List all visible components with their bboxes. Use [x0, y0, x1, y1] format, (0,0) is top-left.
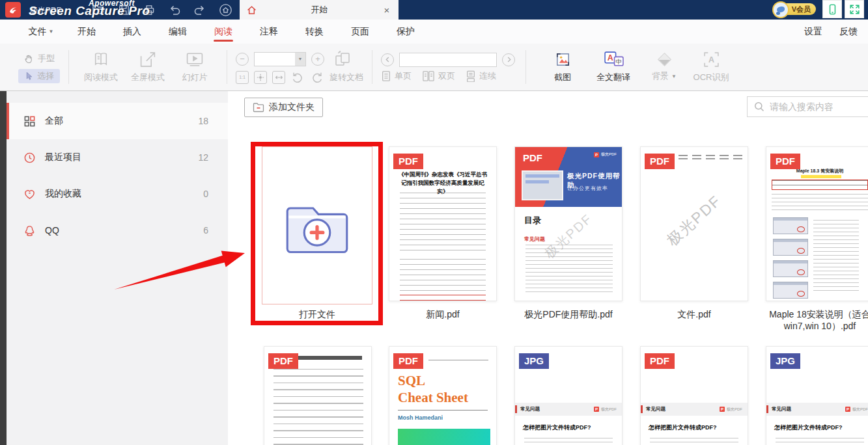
count-badge: 18: [198, 116, 208, 126]
prev-page-icon[interactable]: [381, 53, 394, 66]
menu-read[interactable]: 阅读: [201, 20, 246, 44]
user-avatar[interactable]: [772, 1, 789, 18]
sidebar-item-recent[interactable]: 最近项目 12: [7, 139, 228, 176]
fullscreen-mode-button[interactable]: 全屏模式: [124, 51, 171, 83]
single-page-button[interactable]: 单页: [381, 70, 412, 82]
faq-title: 怎样把图片文件转成PDF?: [649, 424, 717, 432]
sidebar-item-all[interactable]: 全部 18: [7, 103, 228, 139]
card-file-pdf[interactable]: PDF 极光PDF: [640, 146, 748, 301]
sidebar-item-qq[interactable]: QQ 6: [7, 212, 228, 249]
search-input[interactable]: [770, 101, 868, 112]
jpg-badge: JPG: [519, 353, 549, 369]
background-button[interactable]: 背景▼: [641, 52, 688, 82]
sidebar: 全部 18 最近项目 12 我的收藏 0 QQ 6: [7, 91, 228, 445]
rotate-right-icon[interactable]: [310, 71, 324, 84]
page-number-input[interactable]: [399, 53, 497, 67]
double-page-button[interactable]: 双页: [422, 70, 455, 82]
card-maple-pdf[interactable]: PDF Maple 18.3 简安装说明: [766, 146, 868, 301]
read-mode-button[interactable]: 阅读模式: [77, 51, 124, 83]
search-box[interactable]: [747, 96, 868, 117]
dialog-screenshots: [773, 217, 808, 299]
card-label: 极光PDF使用帮助.pdf: [513, 308, 624, 320]
menu-convert[interactable]: 转换: [292, 20, 337, 44]
caret-down-icon: ▼: [49, 29, 54, 34]
menu-start[interactable]: 开始: [64, 20, 109, 44]
toc-lines-placeholder: [525, 245, 613, 295]
select-tool-button[interactable]: 选择: [18, 69, 60, 83]
menu-settings[interactable]: 设置: [804, 20, 822, 44]
next-page-icon[interactable]: [502, 53, 515, 66]
rotate-left-icon[interactable]: [290, 71, 305, 84]
sql-title-line1: SQL: [398, 373, 425, 389]
menubar: 文件▼ 开始 插入 编辑 阅读 注释 转换 页面 保护 设置 反馈: [0, 20, 868, 44]
pdf-badge: PDF: [645, 353, 675, 369]
rotate-doc-label[interactable]: 旋转文档: [329, 72, 363, 83]
watermark-text: 极光PDF: [663, 191, 726, 250]
fullscreen-capture-icon[interactable]: [845, 0, 864, 18]
card-faq-jpg-1[interactable]: JPG 常见问题 P极光PDF 怎样把图片文件转成PDF?: [514, 346, 623, 445]
brand-logo: P极光PDF: [594, 152, 617, 157]
boxed-text-placeholder: [772, 180, 868, 190]
hand-icon: [23, 53, 34, 64]
clock-icon: [23, 152, 36, 164]
faq-title: 怎样把图片文件转成PDF?: [774, 424, 843, 432]
menu-protect[interactable]: 保护: [383, 20, 428, 44]
file-grid-panel: 添加文件夹 打开文件 PDF 《中国周刊》杂志发表《习近平总书记指引我国数字经济…: [228, 91, 868, 445]
continuous-button[interactable]: 连续: [466, 70, 496, 82]
cover-screenshot: [522, 170, 563, 200]
screenshot-button[interactable]: 截图: [539, 51, 586, 83]
slideshow-button[interactable]: 幻灯片: [171, 51, 218, 83]
background-caret-icon[interactable]: ▼: [671, 74, 677, 79]
menu-insert[interactable]: 插入: [109, 20, 155, 44]
count-badge: 12: [198, 152, 208, 163]
jpg-badge: JPG: [770, 353, 800, 369]
actual-size-icon[interactable]: 1:1: [236, 71, 249, 84]
hand-tool-button[interactable]: 手型: [18, 51, 60, 66]
sidebar-item-favorites[interactable]: 我的收藏 0: [7, 176, 228, 212]
pdf-badge: PDF: [770, 154, 800, 169]
add-folder-button[interactable]: 添加文件夹: [244, 98, 323, 117]
mobile-capture-icon[interactable]: [822, 0, 842, 18]
redo-icon[interactable]: [193, 3, 207, 17]
screenshot-icon: [553, 51, 572, 68]
ocr-button[interactable]: A OCR识别: [688, 51, 735, 83]
header-text-placeholder: [679, 155, 742, 161]
tab-close-icon[interactable]: ×: [382, 5, 392, 16]
menu-page[interactable]: 页面: [337, 20, 383, 44]
card-faq-pdf[interactable]: PDF 常见问题 P极光PDF 怎样把图片文件转成PDF?: [640, 346, 748, 445]
menu-file[interactable]: 文件▼: [18, 20, 64, 44]
select-cursor-icon: [23, 71, 33, 81]
help-cover: PDF P极光PDF 极光PDF使用帮助 让办公更有效率: [515, 147, 622, 207]
undo-icon[interactable]: [167, 3, 182, 17]
card-open-file[interactable]: [262, 146, 372, 304]
fit-width-icon[interactable]: [272, 71, 285, 84]
card-faq-jpg-2[interactable]: JPG 常见问题 P极光PDF 怎样把图片文件转成PDF?: [766, 346, 868, 445]
combo-caret-icon[interactable]: ▼: [295, 53, 305, 66]
search-icon: [754, 101, 764, 112]
menu-annotate[interactable]: 注释: [246, 20, 292, 44]
card-help-pdf[interactable]: PDF P极光PDF 极光PDF使用帮助 让办公更有效率 目录 常见问题 极光P…: [514, 146, 623, 301]
home-circle-icon[interactable]: [218, 3, 232, 17]
print-icon[interactable]: [142, 3, 156, 17]
card-sql-pdf[interactable]: PDF SQL Cheat Sheet Mosh Hamedani: [389, 346, 497, 445]
save-icon[interactable]: [117, 3, 131, 17]
folder-plus-icon: [283, 197, 351, 254]
grid-icon: [23, 115, 36, 128]
zoom-level-input[interactable]: [255, 53, 295, 66]
tab-home[interactable]: 开始 ×: [240, 0, 399, 20]
zoom-level-combobox[interactable]: ▼: [254, 52, 306, 66]
open-file-icon[interactable]: [91, 3, 105, 17]
card-news-pdf[interactable]: PDF 《中国周刊》杂志发表《习近平总书记指引我国数字经济高质量发展纪实》: [389, 146, 497, 301]
translate-button[interactable]: A中 全文翻译: [586, 51, 641, 83]
card-toc-pdf[interactable]: PDF: [264, 346, 372, 445]
rotate-doc-icon[interactable]: [333, 51, 352, 68]
pdf-badge: PDF: [393, 154, 423, 169]
menu-feedback[interactable]: 反馈: [839, 20, 858, 44]
zoom-out-icon[interactable]: −: [236, 53, 249, 66]
fit-page-icon[interactable]: [254, 71, 267, 84]
pdf-badge: PDF: [645, 154, 675, 169]
menu-edit[interactable]: 编辑: [155, 20, 201, 44]
brand-logo: P极光PDF: [845, 407, 868, 412]
zoom-in-icon[interactable]: +: [311, 53, 324, 66]
card-label: 新闻.pdf: [387, 308, 498, 320]
